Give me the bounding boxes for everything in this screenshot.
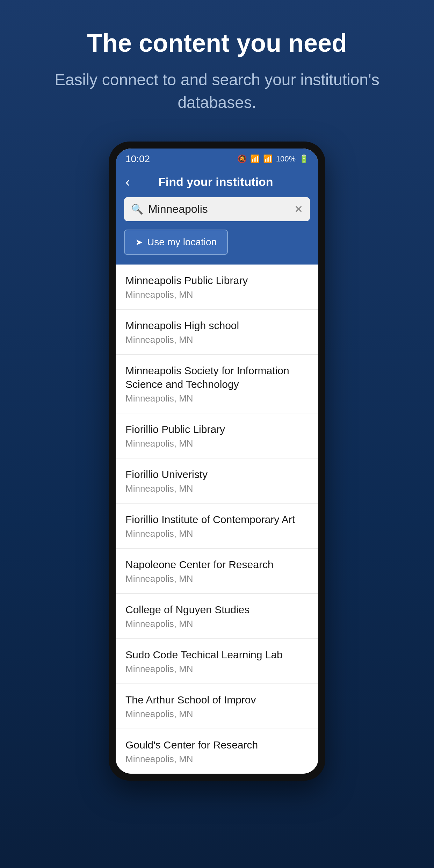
result-location: Minneapolis, MN: [125, 483, 309, 494]
result-name: College of Nguyen Studies: [125, 603, 309, 616]
clear-search-button[interactable]: ✕: [294, 203, 303, 215]
wifi-icon: 📶: [250, 154, 260, 164]
result-name: Fiorillio Public Library: [125, 422, 309, 436]
results-list: Minneapolis Public LibraryMinneapolis, M…: [116, 265, 318, 774]
app-header: ‹ Find your institution: [116, 168, 318, 197]
status-bar: 10:02 🔕 📶 📶 100% 🔋: [116, 149, 318, 168]
result-item[interactable]: Fiorillio Public LibraryMinneapolis, MN: [116, 413, 318, 458]
result-name: Minneapolis High school: [125, 319, 309, 332]
page-title: The content you need: [59, 28, 375, 58]
result-name: Fiorillio Univeristy: [125, 468, 309, 481]
result-item[interactable]: Napoleone Center for ResearchMinneapolis…: [116, 549, 318, 594]
result-location: Minneapolis, MN: [125, 664, 309, 674]
result-location: Minneapolis, MN: [125, 573, 309, 584]
result-item[interactable]: Minneapolis Public LibraryMinneapolis, M…: [116, 265, 318, 310]
status-time: 10:02: [125, 153, 150, 165]
battery-icon: 🔋: [299, 154, 309, 164]
search-input-wrapper: 🔍 Minneapolis ✕: [124, 197, 310, 221]
battery-level: 100%: [276, 154, 296, 164]
result-name: Napoleone Center for Research: [125, 558, 309, 571]
result-item[interactable]: Fiorillio Institute of Contemporary ArtM…: [116, 504, 318, 549]
use-location-button[interactable]: ➤ Use my location: [124, 230, 228, 255]
use-location-label: Use my location: [147, 237, 217, 248]
result-location: Minneapolis, MN: [125, 334, 309, 345]
status-icons: 🔕 📶 📶 100% 🔋: [237, 154, 309, 164]
phone-inner: 10:02 🔕 📶 📶 100% 🔋 ‹ Find your instituti…: [116, 149, 318, 774]
result-location: Minneapolis, MN: [125, 754, 309, 765]
back-button[interactable]: ‹: [125, 175, 130, 189]
result-name: Gould's Center for Research: [125, 738, 309, 752]
result-item[interactable]: College of Nguyen StudiesMinneapolis, MN: [116, 594, 318, 639]
result-item[interactable]: Minneapolis High schoolMinneapolis, MN: [116, 310, 318, 355]
result-name: The Arthur School of Improv: [125, 693, 309, 707]
screen-title: Find your institution: [137, 175, 295, 189]
result-item[interactable]: Gould's Center for ResearchMinneapolis, …: [116, 729, 318, 774]
result-name: Minneapolis Society for Information Scie…: [125, 364, 309, 391]
result-location: Minneapolis, MN: [125, 393, 309, 404]
page-subtitle: Easily connect to and search your instit…: [0, 68, 434, 114]
result-location: Minneapolis, MN: [125, 289, 309, 300]
phone-frame: 10:02 🔕 📶 📶 100% 🔋 ‹ Find your instituti…: [109, 142, 325, 781]
search-container: 🔍 Minneapolis ✕: [116, 197, 318, 230]
result-location: Minneapolis, MN: [125, 528, 309, 539]
result-item[interactable]: The Arthur School of ImprovMinneapolis, …: [116, 684, 318, 729]
result-name: Fiorillio Institute of Contemporary Art: [125, 513, 309, 526]
result-item[interactable]: Fiorillio UniveristyMinneapolis, MN: [116, 458, 318, 504]
result-location: Minneapolis, MN: [125, 619, 309, 629]
result-item[interactable]: Sudo Code Techical Learning LabMinneapol…: [116, 639, 318, 684]
signal-icon: 📶: [263, 154, 273, 164]
mute-icon: 🔕: [237, 154, 247, 164]
result-item[interactable]: Minneapolis Society for Information Scie…: [116, 355, 318, 413]
location-icon: ➤: [135, 237, 143, 248]
search-input[interactable]: Minneapolis: [148, 203, 294, 216]
result-location: Minneapolis, MN: [125, 438, 309, 449]
result-name: Sudo Code Techical Learning Lab: [125, 648, 309, 661]
search-icon: 🔍: [131, 203, 143, 215]
result-location: Minneapolis, MN: [125, 709, 309, 719]
location-btn-container: ➤ Use my location: [116, 230, 318, 265]
result-name: Minneapolis Public Library: [125, 274, 309, 287]
